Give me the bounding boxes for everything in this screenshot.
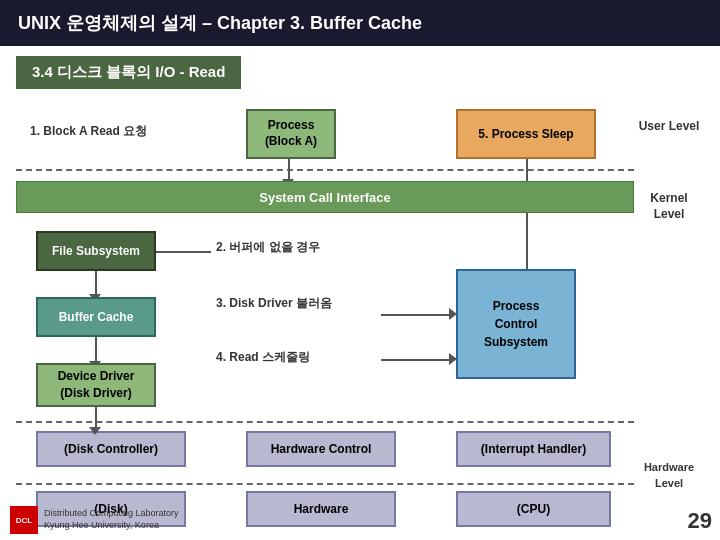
arrow-dd-dc	[95, 407, 97, 429]
interrupt-handler-box: (Interrupt Handler)	[456, 431, 611, 467]
process-control-text: ProcessControlSubsystem	[484, 297, 548, 351]
arrow-down-1	[288, 159, 290, 181]
kernel-label-bot: Level	[654, 207, 685, 221]
hardware-control-text: Hardware Control	[271, 442, 372, 456]
device-driver-text: Device Driver(Disk Driver)	[58, 368, 135, 402]
process-sleep-text: 5. Process Sleep	[478, 127, 573, 141]
arrow-h-step4-head	[449, 353, 457, 365]
step2-label: 2. 버퍼에 없을 경우	[216, 239, 320, 256]
logo-box: DCL	[10, 506, 38, 534]
dashed-line-2	[16, 421, 634, 423]
interrupt-handler-text: (Interrupt Handler)	[481, 442, 586, 456]
buffer-cache-text: Buffer Cache	[59, 310, 134, 324]
arrow-h-step3	[381, 314, 453, 316]
diagram: User Level Kernel Level HardwareLevel 1.…	[16, 101, 704, 521]
arrow-bc-dd	[95, 337, 97, 363]
process-block-a-box: Process(Block A)	[246, 109, 336, 159]
process-sleep-box: 5. Process Sleep	[456, 109, 596, 159]
arrow-h-step3-head	[449, 308, 457, 320]
syscall-bar: System Call Interface	[16, 181, 634, 213]
process-block-a-text: Process(Block A)	[265, 118, 317, 149]
hardware-level-label: HardwareLevel	[634, 460, 704, 491]
hardware-control-box: Hardware Control	[246, 431, 396, 467]
file-subsystem-box: File Subsystem	[36, 231, 156, 271]
syscall-text: System Call Interface	[259, 190, 391, 205]
hardware-box: Hardware	[246, 491, 396, 527]
header: UNIX 운영체제의 설계 – Chapter 3. Buffer Cache	[0, 0, 720, 46]
page-number: 29	[688, 508, 712, 534]
process-control-box: ProcessControlSubsystem	[456, 269, 576, 379]
dashed-line-3	[16, 483, 634, 485]
device-driver-box: Device Driver(Disk Driver)	[36, 363, 156, 407]
kernel-label-top: Kernel	[650, 191, 687, 205]
section-title-box: 3.4 디스크 블록의 I/O - Read	[16, 56, 241, 89]
user-level-label: User Level	[634, 119, 704, 135]
step3-label: 3. Disk Driver 불러옴	[216, 295, 332, 312]
cpu-text: (CPU)	[517, 502, 550, 516]
file-subsystem-text: File Subsystem	[52, 244, 140, 258]
disk-controller-box: (Disk Controller)	[36, 431, 186, 467]
arrow-fs-bc	[95, 271, 97, 296]
step4-label: 4. Read 스케줄링	[216, 349, 310, 366]
arrow-h-step4	[381, 359, 453, 361]
logo-text: Distributed Computing LaboratoryKyung He…	[44, 508, 179, 531]
header-title: UNIX 운영체제의 설계 – Chapter 3. Buffer Cache	[18, 11, 422, 35]
dashed-line-1	[16, 169, 634, 171]
logo-area: DCL Distributed Computing LaboratoryKyun…	[10, 506, 179, 534]
disk-controller-text: (Disk Controller)	[64, 442, 158, 456]
hardware-text: Hardware	[294, 502, 349, 516]
buffer-cache-box: Buffer Cache	[36, 297, 156, 337]
arrow-dd-dc-head	[89, 427, 101, 435]
section-title: 3.4 디스크 블록의 I/O - Read	[32, 63, 225, 80]
arrow-h-step2	[156, 251, 211, 253]
cpu-box: (CPU)	[456, 491, 611, 527]
step1-label: 1. Block A Read 요청	[30, 123, 147, 140]
kernel-level-label: Kernel Level	[634, 191, 704, 222]
